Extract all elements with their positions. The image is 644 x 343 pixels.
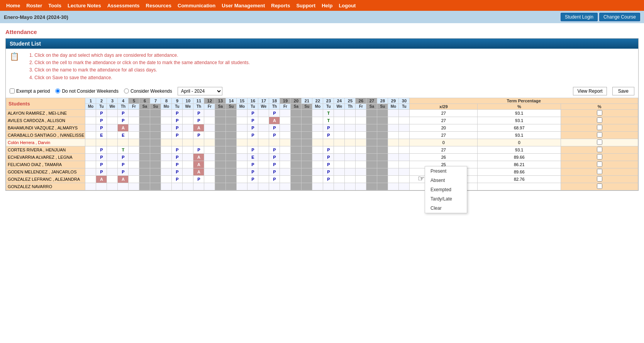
attendance-cell[interactable]: P xyxy=(269,131,280,139)
attendance-cell[interactable] xyxy=(334,153,345,161)
attendance-cell[interactable] xyxy=(312,109,323,117)
attendance-cell[interactable]: P xyxy=(172,146,183,153)
attendance-cell[interactable] xyxy=(107,146,118,153)
attendance-cell[interactable] xyxy=(183,183,193,190)
attendance-cell[interactable]: P xyxy=(172,153,183,161)
attendance-cell[interactable]: P xyxy=(118,153,129,161)
attendance-cell[interactable] xyxy=(107,131,118,139)
col-header-day-23[interactable]: 23 xyxy=(323,98,334,104)
attendance-cell[interactable] xyxy=(161,183,172,190)
term-checkbox[interactable] xyxy=(597,183,602,189)
attendance-cell[interactable] xyxy=(377,139,388,146)
attendance-cell[interactable] xyxy=(258,109,269,117)
attendance-cell[interactable] xyxy=(85,168,96,175)
no-weekends-radio[interactable] xyxy=(55,88,60,93)
attendance-cell[interactable] xyxy=(215,146,226,153)
attendance-cell[interactable] xyxy=(356,117,366,124)
attendance-cell[interactable] xyxy=(161,161,172,168)
attendance-cell[interactable] xyxy=(129,131,139,139)
col-header-day-2[interactable]: 2 xyxy=(96,98,107,104)
attendance-cell[interactable] xyxy=(366,183,377,190)
attendance-cell[interactable] xyxy=(366,146,377,153)
attendance-cell[interactable]: P xyxy=(96,146,107,153)
attendance-cell[interactable] xyxy=(356,153,366,161)
attendance-cell[interactable] xyxy=(388,183,399,190)
attendance-cell[interactable] xyxy=(129,183,139,190)
view-report-button[interactable]: View Report xyxy=(573,87,607,95)
attendance-cell[interactable]: P xyxy=(269,175,280,183)
attendance-cell[interactable]: P xyxy=(172,131,183,139)
attendance-cell[interactable] xyxy=(258,124,269,131)
attendance-cell[interactable] xyxy=(345,117,356,124)
attendance-cell[interactable] xyxy=(226,175,237,183)
nav-item-lecture-notes[interactable]: Lecture Notes xyxy=(65,2,103,9)
nav-item-logout[interactable]: Logout xyxy=(336,2,358,9)
attendance-cell[interactable] xyxy=(345,153,356,161)
col-header-day-19[interactable]: 19 xyxy=(280,98,291,104)
attendance-cell[interactable] xyxy=(280,153,291,161)
attendance-cell[interactable]: P xyxy=(323,175,334,183)
attendance-cell[interactable] xyxy=(399,183,410,190)
attendance-cell[interactable] xyxy=(280,175,291,183)
attendance-cell[interactable] xyxy=(312,146,323,153)
attendance-cell[interactable] xyxy=(215,153,226,161)
attendance-cell[interactable] xyxy=(204,117,215,124)
attendance-cell[interactable] xyxy=(215,161,226,168)
attendance-cell[interactable] xyxy=(204,124,215,131)
attendance-cell[interactable] xyxy=(161,175,172,183)
attendance-cell[interactable] xyxy=(150,139,161,146)
attendance-cell[interactable] xyxy=(129,161,139,168)
attendance-cell[interactable]: A xyxy=(193,153,204,161)
attendance-cell[interactable] xyxy=(366,139,377,146)
student-name[interactable]: ECHEVARRIA ALVAREZ , LEGNA xyxy=(6,153,85,161)
nav-item-support[interactable]: Support xyxy=(294,2,318,9)
attendance-cell[interactable]: A xyxy=(96,175,107,183)
attendance-cell[interactable] xyxy=(226,131,237,139)
attendance-cell[interactable] xyxy=(258,117,269,124)
attendance-cell[interactable] xyxy=(258,153,269,161)
attendance-cell[interactable] xyxy=(204,168,215,175)
attendance-cell[interactable] xyxy=(226,139,237,146)
attendance-cell[interactable] xyxy=(139,124,150,131)
attendance-cell[interactable] xyxy=(139,161,150,168)
attendance-cell[interactable] xyxy=(139,153,150,161)
attendance-cell[interactable] xyxy=(312,124,323,131)
attendance-cell[interactable] xyxy=(388,175,399,183)
attendance-cell[interactable] xyxy=(183,131,193,139)
attendance-cell[interactable] xyxy=(377,168,388,175)
attendance-cell[interactable] xyxy=(388,109,399,117)
attendance-cell[interactable] xyxy=(258,131,269,139)
attendance-cell[interactable] xyxy=(366,131,377,139)
attendance-cell[interactable]: P xyxy=(323,131,334,139)
attendance-cell[interactable] xyxy=(85,117,96,124)
attendance-cell[interactable] xyxy=(226,161,237,168)
nav-item-assessments[interactable]: Assessments xyxy=(105,2,142,9)
attendance-cell[interactable]: P xyxy=(172,109,183,117)
consider-weekends-option[interactable]: Consider Weekends xyxy=(124,88,172,94)
attendance-cell[interactable] xyxy=(204,139,215,146)
attendance-cell[interactable] xyxy=(226,183,237,190)
attendance-cell[interactable] xyxy=(377,131,388,139)
attendance-cell[interactable] xyxy=(388,161,399,168)
attendance-cell[interactable] xyxy=(366,117,377,124)
attendance-cell[interactable] xyxy=(258,183,269,190)
attendance-cell[interactable] xyxy=(204,146,215,153)
attendance-cell[interactable] xyxy=(237,131,247,139)
attendance-cell[interactable] xyxy=(85,153,96,161)
attendance-cell[interactable] xyxy=(345,124,356,131)
attendance-cell[interactable] xyxy=(302,153,312,161)
col-header-day-4[interactable]: 4 xyxy=(118,98,129,104)
attendance-cell[interactable]: P xyxy=(269,124,280,131)
attendance-cell[interactable] xyxy=(107,175,118,183)
attendance-cell[interactable]: T xyxy=(323,117,334,124)
col-header-day-29[interactable]: 29 xyxy=(388,98,399,104)
col-header-day-3[interactable]: 3 xyxy=(107,98,118,104)
attendance-cell[interactable] xyxy=(258,146,269,153)
attendance-cell[interactable] xyxy=(399,146,410,153)
attendance-cell[interactable]: P xyxy=(323,153,334,161)
attendance-cell[interactable] xyxy=(280,161,291,168)
change-course-button[interactable]: Change Course xyxy=(599,13,640,21)
attendance-cell[interactable] xyxy=(150,175,161,183)
attendance-cell[interactable] xyxy=(107,109,118,117)
attendance-cell[interactable] xyxy=(302,117,312,124)
